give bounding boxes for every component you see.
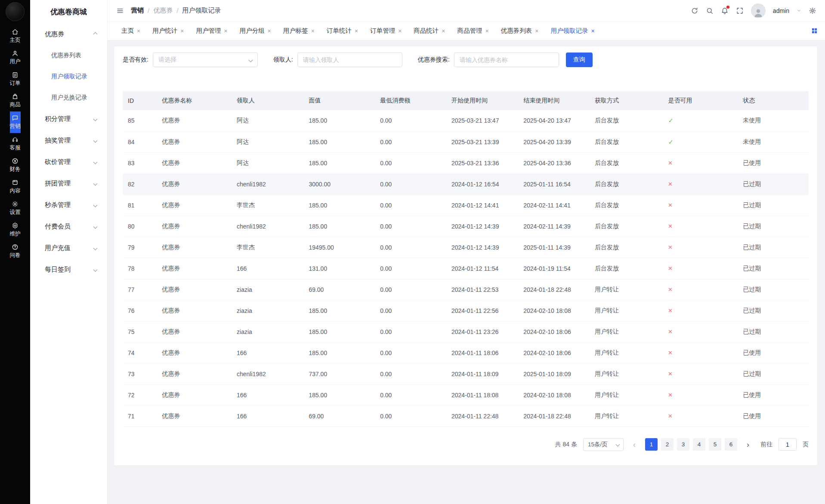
valid-filter-select[interactable]: 请选择 [153,53,258,67]
rail-item-marketing[interactable]: 营销 [10,111,21,133]
tab-item[interactable]: 优惠券列表× [495,22,545,40]
avatar[interactable] [751,3,766,18]
submenu-group[interactable]: 优惠券 [30,23,107,45]
usable-cross-icon: × [668,285,673,294]
table-row: 72优惠券166185.000.002024-01-11 18:082024-0… [123,384,809,405]
rail-item-goods[interactable]: 商品 [10,90,21,111]
page-button[interactable]: 3 [677,438,689,451]
tab-item[interactable]: 订单管理× [364,22,408,40]
tab-label: 用户领取记录 [550,27,588,35]
tab-close-icon[interactable]: × [398,28,402,34]
next-page-button[interactable]: › [743,440,753,448]
rail-item-service[interactable]: 客服 [10,133,21,155]
tab-grid-icon[interactable] [811,27,818,34]
rail-item-label: 商品 [10,101,21,108]
prev-page-button[interactable]: ‹ [630,440,639,448]
tab-item[interactable]: 订单统计× [321,22,364,40]
cell-start-time: 2024-01-11 18:08 [447,384,519,405]
tab-item[interactable]: 用户标签× [277,22,321,40]
tab-close-icon[interactable]: × [137,28,140,34]
chevron-down-icon [93,246,98,250]
breadcrumb-item[interactable]: 优惠券 [153,6,173,15]
cell-id: 81 [123,195,158,216]
tab-close-icon[interactable]: × [355,28,358,34]
tab-item[interactable]: 用户分组× [234,22,277,40]
rail-item-label: 主页 [10,37,21,44]
submenu-group[interactable]: 每日签到 [30,259,107,280]
chevron-down-icon [93,117,98,121]
secondary-sidebar: 优惠卷商城 优惠券优惠券列表用户领取记录用户兑换记录积分管理抽奖管理砍价管理拼团… [30,0,108,504]
rail-item-content[interactable]: 内容 [10,176,21,198]
submenu-group[interactable]: 抽奖管理 [30,130,107,151]
usable-cross-icon: × [668,306,673,315]
app-logo[interactable] [6,2,25,21]
submenu-group[interactable]: 用户充值 [30,237,107,259]
search-icon[interactable] [706,7,714,15]
tab-close-icon[interactable]: × [311,28,315,34]
goto-page-input[interactable] [779,438,797,451]
page-button[interactable]: 4 [693,438,705,451]
tab-close-icon[interactable]: × [442,28,445,34]
cell-status: 已过期 [738,279,809,300]
gear-icon[interactable] [809,7,816,15]
cell-face-value: 185.00 [304,152,376,173]
cell-end-time: 2024-02-11 14:39 [519,216,590,237]
submenu-group[interactable]: 砍价管理 [30,151,107,173]
rail-item-finance[interactable]: 财务 [10,155,21,176]
rail-item-settings[interactable]: 设置 [10,198,21,219]
rail-item-maintenance[interactable]: 维护 [10,219,21,241]
page-button[interactable]: 1 [645,438,658,451]
page-button[interactable]: 5 [709,438,721,451]
breadcrumb-item[interactable]: 用户领取记录 [182,6,221,15]
submenu-item[interactable]: 用户领取记录 [30,66,107,87]
rail-item-user[interactable]: 用户 [10,47,21,68]
page-button[interactable]: 2 [661,438,674,451]
submenu-item[interactable]: 用户兑换记录 [30,87,107,108]
tab-item[interactable]: 商品管理× [451,22,495,40]
tab-close-icon[interactable]: × [268,28,271,34]
rail-item-survey[interactable]: 问卷 [10,241,21,262]
tab-item[interactable]: 用户领取记录× [544,22,600,40]
table-row: 85优惠券阿达185.000.002025-03-21 13:472025-04… [123,110,809,131]
tab-close-icon[interactable]: × [485,28,489,34]
rail-item-home[interactable]: 主页 [10,25,21,47]
submenu-group[interactable]: 秒杀管理 [30,194,107,216]
tab-item[interactable]: 用户统计× [146,22,190,40]
tab-close-icon[interactable]: × [180,28,184,34]
fullscreen-icon[interactable] [736,7,744,15]
search-button[interactable]: 查询 [566,53,593,67]
cell-method: 后台发放 [590,195,664,216]
tab-item[interactable]: 主页× [115,22,146,40]
order-icon [12,71,19,78]
service-icon [12,136,19,143]
content: 是否有效: 请选择 领取人: 优惠券搜索: 查询 [108,40,825,504]
tab-item[interactable]: 用户管理× [190,22,233,40]
submenu-group[interactable]: 付费会员 [30,216,107,237]
chevron-down-icon [93,181,98,186]
cell-usable: × [664,152,739,173]
coupon-search-input[interactable] [454,53,559,67]
submenu-group[interactable]: 积分管理 [30,108,107,130]
chevron-down-icon[interactable] [797,8,801,13]
tab-close-icon[interactable]: × [224,28,227,34]
tab-item[interactable]: 商品统计× [408,22,451,40]
page-button[interactable]: 6 [725,438,737,451]
tab-close-icon[interactable]: × [535,28,538,34]
username[interactable]: admin [773,7,789,14]
refresh-icon[interactable] [691,7,698,15]
submenu-group[interactable]: 拼团管理 [30,173,107,194]
submenu-item[interactable]: 优惠券列表 [30,45,107,66]
rail-item-order[interactable]: 订单 [10,68,21,90]
table-row: 80优惠券chenli1982185.000.002024-01-12 14:3… [123,216,809,237]
cell-end-time: 2025-04-20 13:36 [519,152,590,173]
notification-bell-icon[interactable] [721,7,729,15]
receiver-input[interactable] [297,53,402,67]
chevron-down-icon [93,267,98,272]
cell-min-spend: 0.00 [376,342,447,363]
hamburger-icon[interactable] [116,7,124,15]
cell-usable: × [664,342,739,363]
page-size-select[interactable]: 15条/页 [583,438,624,451]
cell-face-value: 69.00 [304,405,376,427]
table-row: 79优惠券李世杰19495.000.002024-01-12 14:392025… [123,237,809,258]
tab-close-icon[interactable]: × [591,28,594,34]
